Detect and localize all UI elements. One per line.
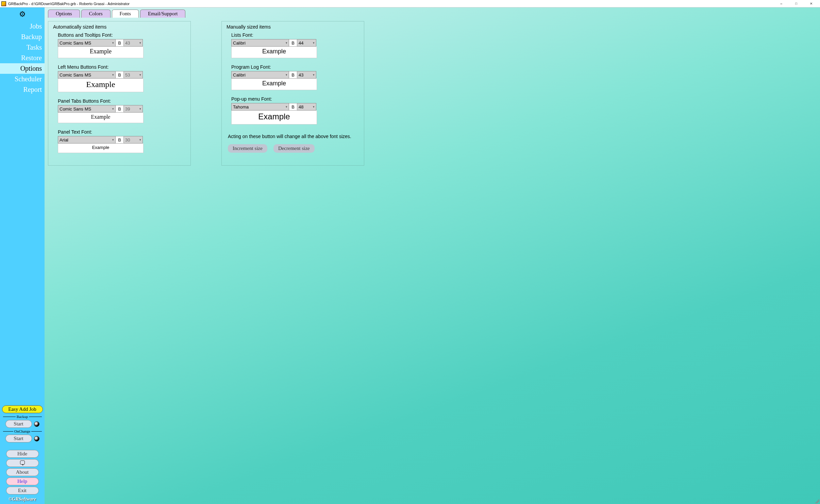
close-button[interactable]: ✕ (804, 0, 819, 7)
font-label: Panel Text Font: (58, 129, 186, 135)
help-button[interactable]: Help (6, 477, 39, 485)
bold-toggle[interactable]: B (289, 39, 297, 47)
separator-onchange: OnChange (2, 429, 43, 433)
font-block: Pop-up menu Font:Tahoma▾B48▾Example (231, 96, 359, 124)
chevron-down-icon: ▾ (286, 41, 287, 45)
chevron-down-icon: ▾ (286, 73, 287, 77)
maximize-button[interactable]: □ (789, 0, 804, 7)
sidebar-item-restore[interactable]: Restore (0, 53, 45, 63)
font-example: Example (58, 47, 144, 58)
chevron-down-icon: ▾ (313, 105, 315, 108)
font-select[interactable]: Comic Sans MS▾ (58, 71, 116, 79)
chat-icon (20, 460, 25, 465)
font-block: Left Menu Buttons Font:Comic Sans MS▾B53… (58, 64, 186, 92)
font-example: Example (231, 79, 317, 90)
font-select[interactable]: Tahoma▾ (231, 103, 289, 111)
chevron-down-icon: ▾ (139, 73, 141, 77)
chevron-down-icon: ▾ (139, 138, 141, 141)
notify-button[interactable] (6, 459, 39, 467)
font-example: Example (58, 144, 144, 153)
font-label: Program Log Font: (231, 64, 359, 70)
status-dot-onchange (34, 436, 39, 441)
font-block: Buttons and Tooltips Font:Comic Sans MS▾… (58, 32, 186, 58)
chevron-down-icon: ▾ (139, 107, 141, 111)
font-size-select[interactable]: 30▾ (124, 136, 143, 144)
font-select[interactable]: Comic Sans MS▾ (58, 39, 116, 47)
app-icon (1, 1, 6, 6)
exit-button[interactable]: Exit (6, 487, 39, 494)
auto-panel-title: Automatically sized items (53, 24, 186, 30)
chevron-down-icon: ▾ (112, 41, 114, 45)
font-size-select[interactable]: 44▾ (297, 39, 316, 47)
manual-hint-text: Acting on these button will change all t… (228, 133, 358, 139)
bold-toggle[interactable]: B (116, 105, 124, 113)
font-select[interactable]: Calibri▾ (231, 39, 289, 47)
font-label: Lists Font: (231, 32, 359, 38)
font-size-select[interactable]: 39▾ (124, 105, 143, 113)
start-onchange-button[interactable]: Start (5, 435, 32, 442)
chevron-down-icon: ▾ (286, 105, 287, 108)
font-select[interactable]: Arial▾ (58, 136, 116, 144)
font-example: Example (231, 111, 317, 124)
font-select[interactable]: Calibri▾ (231, 71, 289, 79)
easy-add-job-button[interactable]: Easy Add Job (2, 405, 43, 413)
chevron-down-icon: ▾ (112, 138, 114, 141)
tab-email-support[interactable]: Email/Support (140, 10, 186, 18)
hide-button[interactable]: Hide (6, 450, 39, 458)
font-label: Pop-up menu Font: (231, 96, 359, 102)
status-dot-backup (34, 421, 39, 427)
font-block: Panel Text Font:Arial▾B30▾Example (58, 129, 186, 153)
content-area: OptionsColorsFontsEmail/Support Automati… (45, 7, 820, 504)
font-size-select[interactable]: 53▾ (124, 71, 143, 79)
chevron-down-icon: ▾ (139, 41, 141, 45)
gear-icon[interactable]: ⚙ (19, 10, 26, 19)
font-size-select[interactable]: 48▾ (297, 103, 316, 111)
font-block: Panel Tabs Buttons Font:Comic Sans MS▾B3… (58, 98, 186, 123)
bold-toggle[interactable]: B (116, 39, 124, 47)
sidebar-item-report[interactable]: Report (0, 84, 45, 95)
font-block: Lists Font:Calibri▾B44▾Example (231, 32, 359, 58)
tab-colors[interactable]: Colors (81, 10, 111, 18)
about-button[interactable]: About (6, 468, 39, 476)
font-size-select[interactable]: 43▾ (297, 71, 316, 79)
window-title: GRBackPro - d:\GRDown\GRBakPro.grb - Rob… (8, 2, 774, 6)
bold-toggle[interactable]: B (289, 103, 297, 111)
font-label: Left Menu Buttons Font: (58, 64, 186, 70)
font-select[interactable]: Comic Sans MS▾ (58, 105, 116, 113)
chevron-down-icon: ▾ (112, 73, 114, 77)
sidebar-item-scheduler[interactable]: Scheduler (0, 74, 45, 84)
auto-sized-panel: Automatically sized items Buttons and To… (48, 21, 191, 166)
sidebar-item-options[interactable]: Options (0, 63, 45, 74)
bold-toggle[interactable]: B (289, 71, 297, 79)
font-label: Panel Tabs Buttons Font: (58, 98, 186, 104)
chevron-down-icon: ▾ (313, 41, 315, 45)
bold-toggle[interactable]: B (116, 136, 124, 144)
sidebar-item-tasks[interactable]: Tasks (0, 42, 45, 53)
tab-options[interactable]: Options (48, 10, 80, 18)
start-backup-button[interactable]: Start (5, 420, 32, 428)
font-example: Example (58, 79, 144, 92)
font-example: Example (58, 113, 144, 123)
decrement-size-button[interactable]: Decrement size (273, 144, 315, 153)
chevron-down-icon: ▾ (313, 73, 315, 77)
manual-sized-panel: Manually sized items Lists Font:Calibri▾… (221, 21, 364, 166)
sidebar-item-backup[interactable]: Backup (0, 32, 45, 42)
sidebar: ⚙ JobsBackupTasksRestoreOptionsScheduler… (0, 7, 45, 504)
titlebar: GRBackPro - d:\GRDown\GRBakPro.grb - Rob… (0, 0, 820, 7)
resize-grip[interactable] (815, 499, 819, 503)
chevron-down-icon: ▾ (112, 107, 114, 111)
font-example: Example (231, 47, 317, 58)
minimize-button[interactable]: ‒ (774, 0, 789, 7)
font-size-select[interactable]: 43▾ (124, 39, 143, 47)
sidebar-item-jobs[interactable]: Jobs (0, 21, 45, 32)
manual-panel-title: Manually sized items (227, 24, 359, 30)
copyright-label: ©GRSoftware (9, 497, 36, 502)
bold-toggle[interactable]: B (116, 71, 124, 79)
increment-size-button[interactable]: Increment size (228, 144, 267, 153)
font-label: Buttons and Tooltips Font: (58, 32, 186, 38)
separator-backup: Backup (2, 415, 43, 419)
font-block: Program Log Font:Calibri▾B43▾Example (231, 64, 359, 90)
tab-fonts[interactable]: Fonts (112, 10, 139, 18)
